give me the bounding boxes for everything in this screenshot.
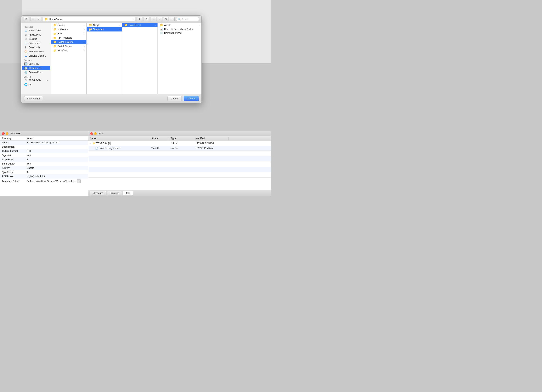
file-item-scripts[interactable]: 📁 Scripts ›	[87, 23, 122, 27]
new-window-button[interactable]: ⊡	[144, 17, 149, 21]
jobs-empty-row-4	[88, 167, 271, 172]
workflow-arrow: ›	[84, 49, 85, 52]
sidebar-item-remote-disc[interactable]: 💿 Remote Disc	[22, 70, 50, 75]
templates-icon: 📁	[88, 28, 92, 31]
jobs-col-name[interactable]: Name	[88, 137, 150, 140]
search-bar[interactable]: 🔍 Search	[176, 17, 199, 21]
jobs-empty-row-3	[88, 161, 271, 167]
file-item-homedepot[interactable]: 📁 HomeDepot ›	[122, 23, 157, 27]
prop-row-split-by: Split by Sheets	[0, 166, 88, 170]
file-item-backup[interactable]: 📁 Backup ›	[51, 23, 87, 27]
homedepot-icon: 📁	[124, 24, 128, 27]
progress-tab[interactable]: Progress	[107, 191, 122, 195]
switch-folders-icon: 📁	[53, 41, 56, 43]
back-button[interactable]: ‹	[31, 17, 36, 21]
file-item-jobs[interactable]: 📁 Jobs ›	[51, 32, 87, 36]
jobs-header: Jobs	[88, 131, 271, 136]
sidebar-downloads-label: Downloads	[29, 46, 40, 49]
sidebar-desktop-label: Desktop	[29, 38, 37, 40]
applications-icon: 🖥	[24, 33, 27, 36]
sidebar-item-server-hd[interactable]: 💽 Server HD	[22, 62, 50, 66]
properties-close-btn[interactable]	[2, 132, 5, 135]
jobs-icon: 📁	[53, 32, 56, 35]
prop-row-split-every: Split Every 1	[0, 170, 88, 174]
prop-label-imposed: Imposed	[0, 153, 25, 157]
hotfolders-icon: 📁	[53, 28, 56, 31]
tbg-prod-icon: 🖥	[24, 79, 27, 82]
prop-row-split-output: Split Output Yes	[0, 162, 88, 166]
file-item-indd[interactable]: 📄 HomeDepot.indd	[158, 31, 201, 35]
messages-tab[interactable]: Messages	[90, 191, 106, 195]
location-bar[interactable]: 📁 HomeDepot ⌃	[43, 17, 136, 21]
eject-icon[interactable]: ⏏	[46, 80, 48, 82]
sidebar-item-workflow-admin[interactable]: 🏠 workflow.admin	[22, 49, 50, 54]
shared-label: Shared	[21, 75, 51, 78]
prop-value-imposed: Yes	[25, 153, 88, 157]
sidebar-item-downloads[interactable]: ⬇ Downloads	[22, 45, 50, 49]
sidebar-item-workflow-s[interactable]: 💽 Workflow S...	[22, 66, 50, 70]
dialog-sidebar: Favorites ☁ iCloud Drive 🖥 Applications …	[21, 23, 51, 94]
jobs-minimize-btn[interactable]	[94, 132, 97, 135]
sidebar-item-desktop[interactable]: 🖥 Desktop	[22, 37, 50, 41]
sidebar-icloud-label: iCloud Drive	[29, 29, 41, 32]
xlsx-label: Home Depot...adsheet1.xlsx	[164, 28, 193, 31]
jobs-col-type[interactable]: Type	[169, 137, 194, 140]
workflow-icon: 📁	[53, 49, 56, 52]
jobs-arrow: ›	[84, 33, 85, 35]
cancel-button[interactable]: Cancel	[168, 96, 182, 101]
jobs-empty-row-1	[88, 151, 271, 156]
prop-value-pdf-preset: High Quality Print	[25, 174, 88, 178]
file-item-workflow[interactable]: 📁 Workflow ›	[51, 48, 87, 53]
file-item-assets[interactable]: 📁 Assets ›	[158, 23, 201, 27]
forward-button[interactable]: ›	[36, 17, 41, 21]
file-item-switch-folders[interactable]: 📁 Switch Folders ›	[51, 40, 87, 44]
indd-icon: 📄	[160, 32, 163, 34]
jobs-col-size[interactable]: Size ▼	[150, 137, 169, 140]
backup-folder-icon: 📁	[53, 24, 56, 27]
sidebar-item-all[interactable]: 🌐 All	[22, 83, 50, 87]
prop-label-skip-rows: Skip Rows	[0, 157, 25, 162]
backup-arrow: ›	[84, 24, 85, 26]
file-item-pm-hotfolders[interactable]: 📁 PM Hotfolders ›	[51, 36, 87, 40]
sidebar-item-documents[interactable]: 📄 Documents	[22, 41, 50, 45]
prop-label-name: Name	[0, 140, 25, 145]
search-placeholder: Search	[181, 18, 188, 20]
new-folder-button[interactable]: New Folder	[24, 96, 43, 101]
sidebar-item-applications[interactable]: 🖥 Applications	[22, 33, 50, 37]
template-value-container: /Volumes/Workflow Scratch/Workflow/Templ…	[27, 179, 87, 183]
view-options-button[interactable]: ▾	[169, 17, 175, 21]
file-item-xlsx[interactable]: 📊 Home Depot...adsheet1.xlsx	[158, 27, 201, 31]
sidebar-item-tbg-prod[interactable]: 🖥 TBG-PROD ⏏	[22, 78, 50, 83]
prop-row-imposed: Imposed Yes	[0, 153, 88, 157]
sidebar-workflow-s-label: Workflow S...	[29, 67, 42, 70]
choose-button[interactable]: Choose	[184, 96, 199, 101]
jobs-row-test-csv[interactable]: ▼ 📁 TEST CSV [1] Folder 11/22/16 3:13 PM	[88, 141, 271, 146]
file-item-templates[interactable]: 📁 Templates ›	[87, 27, 122, 32]
homedepot-csv-modified: 10/2/16 11:43 AM	[194, 146, 228, 150]
view-grid-button[interactable]: ⊞	[163, 17, 168, 21]
jobs-tab[interactable]: Jobs	[123, 191, 133, 195]
prop-label-template-folder: Template Folder	[0, 178, 25, 184]
assets-label: Assets	[164, 24, 171, 27]
prop-row-output-format: Output Format PDF	[0, 149, 88, 153]
jobs-row-homedepot-csv[interactable]: 📄 HomeDepot_Test.csv 2.45 KB csv File 10…	[88, 146, 271, 151]
jobs-close-btn[interactable]	[90, 132, 93, 135]
prop-row-skip-rows: Skip Rows 1	[0, 157, 88, 162]
properties-minimize-btn[interactable]	[6, 132, 8, 135]
sidebar-toggle-button[interactable]: ⊞	[24, 17, 29, 21]
test-csv-size	[150, 143, 169, 144]
template-browse-button[interactable]: ›	[77, 179, 81, 183]
switch-folders-label: Switch Folders	[58, 41, 73, 43]
prop-row-description: Description	[0, 145, 88, 149]
file-item-switch-server[interactable]: 📁 Switch Server ›	[51, 44, 87, 48]
test-csv-folder-icon: 📁	[92, 142, 95, 145]
share-button[interactable]: ⬆	[137, 17, 142, 21]
file-item-hotfolders[interactable]: 📁 hotfolders ›	[51, 27, 87, 32]
jobs-col-modified[interactable]: Modified	[194, 137, 228, 140]
view-columns-button[interactable]: ☰	[151, 17, 156, 21]
sidebar-item-creative-cloud[interactable]: ☁ Creative Cloud...	[22, 54, 50, 58]
view-list-button[interactable]: ≡	[157, 17, 162, 21]
csv-icon: 📄	[95, 147, 98, 150]
sidebar-item-icloud[interactable]: ☁ iCloud Drive	[22, 28, 50, 33]
prop-col-property: Property	[0, 136, 25, 140]
